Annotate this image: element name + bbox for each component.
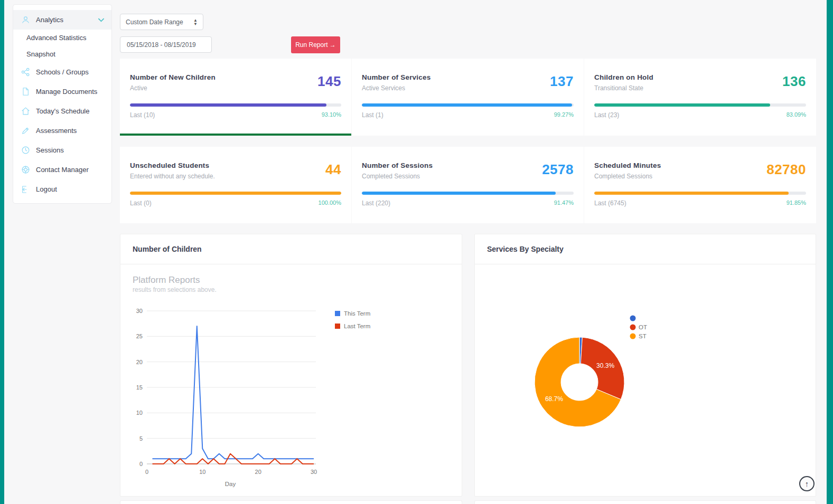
stat-percent: 83.09%: [787, 111, 806, 119]
svg-text:20: 20: [255, 469, 261, 475]
sidebar-item-label: Analytics: [36, 16, 63, 24]
svg-text:30.3%: 30.3%: [596, 362, 614, 369]
run-report-button[interactable]: Run Report →: [291, 36, 340, 53]
stat-progress-fill: [362, 103, 572, 107]
sidebar-item-sessions[interactable]: Sessions: [13, 140, 111, 160]
donut-chart: 30.3%68.7%OTST: [475, 265, 816, 496]
stat-percent: 99.27%: [554, 111, 574, 119]
next-card-sliver-left: [120, 500, 462, 504]
svg-text:Last Term: Last Term: [344, 323, 370, 329]
svg-text:0: 0: [145, 469, 148, 475]
pie-chart-card-title: Services By Specialty: [475, 234, 816, 264]
date-range-select[interactable]: Custom Date Range ▲▼: [120, 14, 203, 30]
stat-card-services: Number of Services Active Services 137 L…: [352, 59, 584, 136]
page-edge-accent-left: [0, 0, 4, 504]
clock-icon: [21, 146, 30, 155]
line-chart-card: Number of Children Platform Reports resu…: [120, 234, 462, 497]
document-icon: [21, 87, 30, 97]
stat-value: 82780: [766, 161, 806, 178]
sidebar-item-analytics[interactable]: Analytics: [13, 10, 111, 30]
stat-last-label: Last (23): [594, 111, 619, 119]
date-range-input[interactable]: [120, 36, 212, 53]
sidebar-item-label: Schools / Groups: [36, 68, 89, 76]
sidebar-item-label: Today's Schedule: [36, 107, 90, 115]
scroll-to-top-button[interactable]: ↑: [799, 476, 815, 491]
stat-subtitle: Completed Sessions: [594, 173, 661, 180]
stat-subtitle: Completed Sessions: [362, 173, 433, 180]
stat-value: 137: [550, 73, 574, 90]
svg-text:25: 25: [136, 333, 143, 339]
sidebar-item-label: Assessments: [36, 127, 77, 135]
sidebar-item-label: Advanced Statistics: [26, 34, 86, 42]
sidebar-item-logout[interactable]: Logout: [13, 179, 111, 199]
stat-progress-track: [594, 192, 806, 195]
sidebar-item-manage-documents[interactable]: Manage Documents: [13, 82, 111, 101]
arrow-up-icon: ↑: [805, 479, 809, 488]
svg-text:30: 30: [136, 308, 143, 314]
svg-text:15: 15: [136, 384, 143, 391]
stat-title: Number of New Children: [130, 73, 216, 81]
stat-subtitle: Transitional State: [594, 84, 653, 92]
stat-last-label: Last (6745): [594, 199, 626, 207]
pencil-icon: [21, 126, 30, 136]
stat-progress-track: [130, 103, 341, 107]
sidebar-item-label: Contact Manager: [36, 166, 89, 174]
lifebuoy-icon: [21, 165, 30, 175]
sidebar-item-label: Manage Documents: [36, 88, 97, 96]
stat-percent: 91.85%: [787, 199, 806, 207]
sidebar-item-snapshot[interactable]: Snapshot: [13, 46, 111, 62]
sidebar-item-advanced-statistics[interactable]: Advanced Statistics: [13, 30, 111, 46]
sidebar-item-todays-schedule[interactable]: Today's Schedule: [13, 101, 111, 121]
stat-card-children-on-hold: Children on Hold Transitional State 136 …: [584, 59, 816, 136]
stat-card-unscheduled-students: Unscheduled Students Entered without any…: [120, 147, 351, 223]
svg-text:5: 5: [139, 435, 143, 442]
stat-subtitle: Active: [130, 84, 216, 92]
sidebar-item-label: Snapshot: [26, 50, 55, 58]
sidebar-item-schools-groups[interactable]: Schools / Groups: [13, 62, 111, 82]
stat-subtitle: Active Services: [362, 84, 430, 92]
stat-value: 44: [325, 161, 341, 178]
svg-text:30: 30: [311, 469, 317, 475]
stat-progress-track: [362, 103, 574, 107]
stat-percent: 91.47%: [554, 199, 574, 207]
stat-title: Number of Sessions: [362, 161, 433, 169]
svg-text:20: 20: [136, 359, 143, 365]
user-icon: [21, 15, 30, 25]
sidebar-item-contact-manager[interactable]: Contact Manager: [13, 160, 111, 179]
home-icon: [21, 107, 30, 116]
svg-text:This Term: This Term: [344, 310, 370, 317]
svg-text:10: 10: [136, 410, 143, 416]
sidebar-item-label: Logout: [36, 185, 57, 193]
stat-subtitle: Entered without any schedule.: [130, 173, 215, 180]
stat-value: 2578: [542, 161, 574, 178]
stat-progress-fill: [362, 192, 556, 195]
stat-card-scheduled-minutes: Scheduled Minutes Completed Sessions 827…: [584, 147, 816, 223]
stat-progress-track: [594, 103, 806, 107]
date-range-selected-value: Custom Date Range: [126, 18, 183, 26]
stat-card-sessions: Number of Sessions Completed Sessions 25…: [352, 147, 584, 223]
stat-last-label: Last (220): [362, 199, 390, 207]
stat-title: Scheduled Minutes: [594, 161, 661, 169]
page-edge-accent-right: [827, 0, 833, 504]
sidebar-item-assessments[interactable]: Assessments: [13, 121, 111, 140]
stat-progress-fill: [130, 103, 326, 107]
stat-title: Unscheduled Students: [130, 161, 215, 169]
line-chart-card-title: Number of Children: [120, 234, 462, 264]
sidebar: Analytics Advanced Statistics Snapshot S…: [13, 4, 112, 204]
stat-percent: 100.00%: [319, 199, 341, 207]
svg-text:68.7%: 68.7%: [545, 395, 563, 403]
stat-title: Number of Services: [362, 73, 430, 81]
stat-progress-track: [362, 192, 574, 195]
line-chart-subtitle: results from selections above.: [133, 286, 217, 293]
line-chart-title: Platform Reports: [133, 275, 200, 286]
next-card-sliver-right: [474, 500, 816, 504]
svg-text:OT: OT: [639, 324, 647, 330]
svg-text:10: 10: [199, 469, 205, 475]
svg-text:Day: Day: [225, 481, 236, 487]
sidebar-item-label: Sessions: [36, 146, 64, 154]
stat-title: Children on Hold: [594, 73, 653, 81]
svg-text:0: 0: [139, 461, 143, 467]
share-icon: [21, 68, 30, 77]
chevron-down-icon: [98, 16, 104, 24]
stat-card-new-children: Number of New Children Active 145 Last (…: [120, 59, 351, 136]
